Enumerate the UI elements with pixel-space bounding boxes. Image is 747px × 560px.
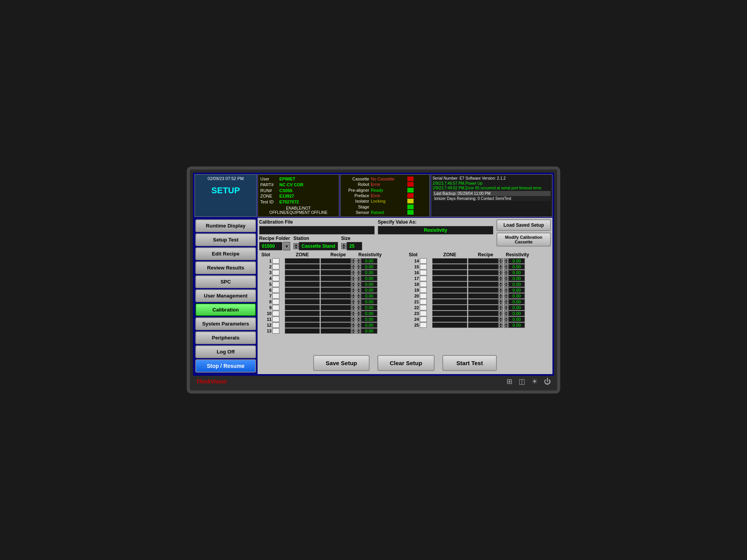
recipe-down-arrow[interactable]: ▼ bbox=[351, 331, 356, 334]
review-results-button[interactable]: Review Results bbox=[195, 261, 256, 274]
resist-up-arrow[interactable]: ▲ bbox=[504, 322, 509, 325]
resist-value[interactable]: 0.00 bbox=[361, 287, 377, 293]
slot-checkbox[interactable] bbox=[272, 322, 279, 328]
recipe-down-arrow[interactable]: ▼ bbox=[351, 296, 356, 299]
recipe-down-arrow[interactable]: ▼ bbox=[498, 267, 503, 270]
slot-checkbox[interactable] bbox=[420, 299, 427, 304]
resist-value[interactable]: 0.00 bbox=[509, 282, 525, 287]
slot-checkbox[interactable] bbox=[272, 328, 279, 334]
recipe-field[interactable] bbox=[468, 311, 498, 316]
recipe-down-arrow[interactable]: ▼ bbox=[351, 261, 356, 264]
recipe-up-arrow[interactable]: ▲ bbox=[498, 282, 503, 284]
resist-up-arrow[interactable]: ▲ bbox=[356, 299, 361, 302]
system-parameters-button[interactable]: System Parameters bbox=[195, 317, 256, 330]
recipe-down-arrow[interactable]: ▼ bbox=[351, 290, 356, 293]
recipe-up-arrow[interactable]: ▲ bbox=[351, 311, 356, 313]
recipe-up-arrow[interactable]: ▲ bbox=[351, 258, 356, 261]
resist-down-arrow[interactable]: ▼ bbox=[356, 284, 361, 287]
resist-down-arrow[interactable]: ▼ bbox=[504, 278, 509, 281]
resist-down-arrow[interactable]: ▼ bbox=[504, 325, 509, 328]
recipe-up-arrow[interactable]: ▲ bbox=[498, 305, 503, 308]
resist-down-arrow[interactable]: ▼ bbox=[504, 313, 509, 316]
edit-recipe-button[interactable]: Edit Recipe bbox=[195, 247, 256, 260]
slot-checkbox[interactable] bbox=[420, 258, 427, 264]
recipe-field[interactable] bbox=[468, 317, 498, 322]
resist-down-arrow[interactable]: ▼ bbox=[504, 267, 509, 270]
spc-button[interactable]: SPC bbox=[195, 275, 256, 288]
recipe-down-arrow[interactable]: ▼ bbox=[351, 313, 356, 316]
recipe-field[interactable] bbox=[321, 322, 351, 328]
resist-value[interactable]: 0.00 bbox=[509, 322, 525, 328]
slot-checkbox[interactable] bbox=[272, 282, 279, 287]
recipe-up-arrow[interactable]: ▲ bbox=[498, 299, 503, 302]
resist-up-arrow[interactable]: ▲ bbox=[356, 287, 361, 290]
resist-value[interactable]: 0.00 bbox=[509, 305, 525, 310]
resist-up-arrow[interactable]: ▲ bbox=[504, 305, 509, 308]
resist-value[interactable]: 0.00 bbox=[361, 311, 377, 316]
resist-up-arrow[interactable]: ▲ bbox=[504, 299, 509, 302]
station-down-arrow[interactable]: ▼ bbox=[293, 246, 299, 249]
resist-up-arrow[interactable]: ▲ bbox=[504, 270, 509, 273]
resist-value[interactable]: 0.00 bbox=[361, 282, 377, 287]
size-value[interactable]: 25 bbox=[347, 242, 362, 250]
recipe-down-arrow[interactable]: ▼ bbox=[498, 284, 503, 287]
slot-checkbox[interactable] bbox=[420, 287, 427, 293]
recipe-field[interactable] bbox=[468, 305, 498, 310]
resist-up-arrow[interactable]: ▲ bbox=[356, 317, 361, 319]
resist-value[interactable]: 0.00 bbox=[361, 305, 377, 310]
recipe-field[interactable] bbox=[321, 258, 351, 264]
slot-checkbox[interactable] bbox=[272, 305, 279, 310]
resist-value[interactable]: 0.00 bbox=[509, 317, 525, 322]
resist-down-arrow[interactable]: ▼ bbox=[504, 284, 509, 287]
resist-value[interactable]: 0.00 bbox=[509, 276, 525, 281]
resist-value[interactable]: 0.00 bbox=[509, 264, 525, 270]
recipe-down-arrow[interactable]: ▼ bbox=[498, 302, 503, 304]
recipe-folder-value[interactable]: 01500 bbox=[259, 242, 282, 250]
monitor-icon-3[interactable]: ☀ bbox=[531, 377, 538, 386]
resist-value[interactable]: 0.00 bbox=[361, 317, 377, 322]
recipe-up-arrow[interactable]: ▲ bbox=[498, 270, 503, 273]
resist-up-arrow[interactable]: ▲ bbox=[356, 270, 361, 273]
zone-field[interactable] bbox=[285, 299, 320, 304]
recipe-field[interactable] bbox=[468, 258, 498, 264]
resist-up-arrow[interactable]: ▲ bbox=[356, 305, 361, 308]
resist-down-arrow[interactable]: ▼ bbox=[356, 331, 361, 334]
calibration-file-input[interactable] bbox=[259, 226, 375, 234]
zone-field[interactable] bbox=[432, 264, 467, 270]
recipe-field[interactable] bbox=[321, 317, 351, 322]
zone-field[interactable] bbox=[285, 264, 320, 270]
recipe-down-arrow[interactable]: ▼ bbox=[351, 273, 356, 275]
calibration-button[interactable]: Calibration bbox=[195, 303, 256, 316]
recipe-field[interactable] bbox=[468, 282, 498, 287]
slot-checkbox[interactable] bbox=[272, 264, 279, 270]
resist-down-arrow[interactable]: ▼ bbox=[356, 267, 361, 270]
recipe-down-arrow[interactable]: ▼ bbox=[351, 284, 356, 287]
zone-field[interactable] bbox=[432, 299, 467, 304]
recipe-field[interactable] bbox=[321, 299, 351, 304]
recipe-field[interactable] bbox=[321, 311, 351, 316]
zone-field[interactable] bbox=[432, 282, 467, 287]
setup-test-button[interactable]: Setup Test bbox=[195, 233, 256, 246]
resist-down-arrow[interactable]: ▼ bbox=[356, 319, 361, 322]
slot-checkbox[interactable] bbox=[272, 311, 279, 316]
station-value[interactable]: Cassette Stand bbox=[299, 242, 338, 250]
zone-field[interactable] bbox=[432, 270, 467, 275]
clear-setup-button[interactable]: Clear Setup bbox=[377, 355, 435, 371]
size-down-arrow[interactable]: ▼ bbox=[341, 246, 347, 249]
zone-field[interactable] bbox=[432, 293, 467, 299]
recipe-field[interactable] bbox=[321, 305, 351, 310]
recipe-field[interactable] bbox=[321, 328, 351, 334]
recipe-down-arrow[interactable]: ▼ bbox=[498, 278, 503, 281]
resist-down-arrow[interactable]: ▼ bbox=[356, 278, 361, 281]
resist-value[interactable]: 0.00 bbox=[509, 311, 525, 316]
recipe-up-arrow[interactable]: ▲ bbox=[351, 299, 356, 302]
resist-down-arrow[interactable]: ▼ bbox=[504, 319, 509, 322]
recipe-up-arrow[interactable]: ▲ bbox=[498, 293, 503, 296]
slot-checkbox[interactable] bbox=[272, 299, 279, 304]
zone-field[interactable] bbox=[285, 311, 320, 316]
recipe-down-arrow[interactable]: ▼ bbox=[351, 325, 356, 328]
zone-field[interactable] bbox=[285, 317, 320, 322]
recipe-field[interactable] bbox=[468, 264, 498, 270]
resist-down-arrow[interactable]: ▼ bbox=[356, 313, 361, 316]
specify-value-box[interactable]: Resistivity bbox=[378, 226, 493, 234]
